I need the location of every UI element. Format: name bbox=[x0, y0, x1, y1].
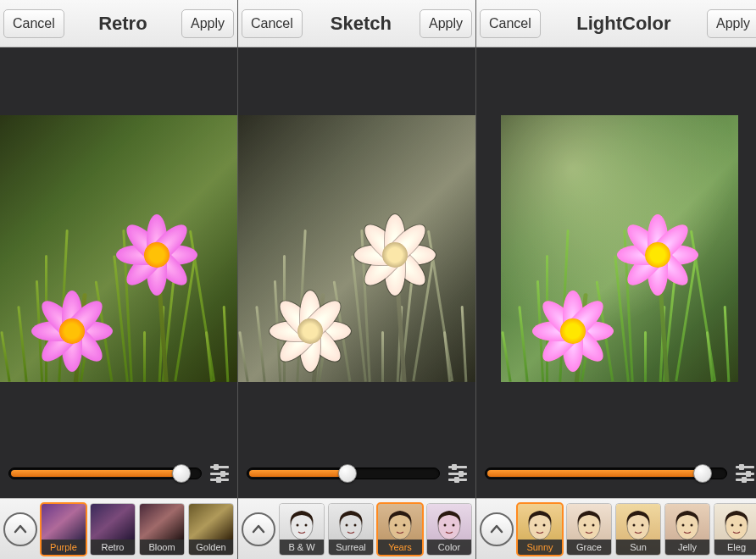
panel-lightcolor: Cancel LightColor Apply bbox=[476, 0, 756, 559]
filter-thumb-years[interactable]: Years bbox=[377, 503, 423, 556]
filter-thumb-label: Surreal bbox=[329, 540, 373, 555]
slider-thumb[interactable] bbox=[172, 464, 191, 483]
chevron-up-icon bbox=[489, 522, 504, 537]
adjustments-icon[interactable] bbox=[736, 464, 754, 483]
svg-point-25 bbox=[731, 523, 734, 526]
expand-button[interactable] bbox=[480, 512, 514, 546]
filter-thumb-sunny[interactable]: Sunny bbox=[517, 503, 563, 556]
cancel-button[interactable]: Cancel bbox=[242, 9, 303, 38]
filter-thumb-label: Golden bbox=[189, 540, 233, 555]
header: Cancel LightColor Apply bbox=[476, 0, 756, 47]
intensity-slider[interactable] bbox=[247, 468, 440, 479]
filter-strip: B & W Surreal Years Color bbox=[238, 498, 475, 559]
page-title: LightColor bbox=[576, 13, 670, 35]
panel-sketch: Cancel Sketch Apply bbox=[238, 0, 476, 559]
svg-point-2 bbox=[305, 523, 308, 526]
header: Cancel Sketch Apply bbox=[238, 0, 475, 47]
cancel-button[interactable]: Cancel bbox=[3, 9, 64, 38]
filter-thumb-b-w[interactable]: B & W bbox=[279, 503, 325, 556]
svg-point-19 bbox=[633, 523, 636, 526]
svg-point-1 bbox=[297, 523, 299, 526]
filter-thumb-label: Bloom bbox=[140, 540, 184, 555]
svg-point-7 bbox=[395, 523, 397, 526]
slider-row bbox=[476, 449, 756, 498]
filter-thumb-label: Grace bbox=[567, 540, 611, 555]
slider-thumb[interactable] bbox=[693, 464, 712, 483]
filter-thumb-label: Sunny bbox=[518, 540, 562, 555]
filter-strip: Sunny Grace Sun Jelly bbox=[476, 498, 756, 559]
panel-retro: Cancel Retro Apply bbox=[0, 0, 238, 559]
svg-point-23 bbox=[691, 523, 693, 526]
svg-point-26 bbox=[740, 523, 742, 526]
filter-thumb-label: Eleg bbox=[714, 540, 756, 555]
expand-button[interactable] bbox=[3, 512, 37, 546]
filter-thumb-label: Sun bbox=[616, 540, 660, 555]
filter-thumb-golden[interactable]: Golden bbox=[188, 503, 234, 556]
filter-thumb-jelly[interactable]: Jelly bbox=[664, 503, 710, 556]
page-title: Sketch bbox=[331, 13, 392, 35]
filter-strip: Purple Retro Bloom Golden bbox=[0, 498, 237, 559]
filter-thumb-retro[interactable]: Retro bbox=[90, 503, 136, 556]
svg-point-14 bbox=[543, 523, 546, 526]
adjustments-icon[interactable] bbox=[448, 464, 467, 483]
filter-thumb-sun[interactable]: Sun bbox=[615, 503, 661, 556]
canvas-area bbox=[476, 47, 756, 449]
svg-point-5 bbox=[354, 523, 357, 526]
svg-point-16 bbox=[584, 523, 586, 526]
filter-thumb-label: Jelly bbox=[665, 540, 709, 555]
chevron-up-icon bbox=[13, 522, 28, 537]
page-title: Retro bbox=[98, 13, 147, 35]
filter-thumb-label: Purple bbox=[42, 540, 86, 555]
filter-thumb-purple[interactable]: Purple bbox=[41, 503, 86, 556]
adjustments-icon[interactable] bbox=[210, 464, 229, 483]
filter-thumb-surreal[interactable]: Surreal bbox=[328, 503, 374, 556]
apply-button[interactable]: Apply bbox=[181, 9, 234, 38]
photo-preview bbox=[0, 115, 237, 382]
photo-preview bbox=[501, 115, 738, 382]
slider-row bbox=[238, 449, 475, 498]
canvas-area bbox=[0, 47, 237, 449]
filter-thumb-label: Color bbox=[427, 540, 471, 555]
filter-thumb-bloom[interactable]: Bloom bbox=[139, 503, 185, 556]
cancel-button[interactable]: Cancel bbox=[480, 9, 541, 38]
filter-thumb-grace[interactable]: Grace bbox=[566, 503, 612, 556]
svg-point-20 bbox=[642, 523, 644, 526]
svg-point-8 bbox=[403, 523, 406, 526]
slider-thumb[interactable] bbox=[338, 464, 357, 483]
canvas-area bbox=[238, 47, 475, 449]
svg-point-10 bbox=[444, 523, 447, 526]
intensity-slider[interactable] bbox=[8, 468, 202, 479]
filter-thumb-color[interactable]: Color bbox=[426, 503, 472, 556]
svg-point-11 bbox=[453, 523, 455, 526]
filter-thumb-label: Retro bbox=[91, 540, 135, 555]
slider-row bbox=[0, 449, 237, 498]
expand-button[interactable] bbox=[242, 512, 275, 546]
intensity-slider[interactable] bbox=[485, 468, 727, 479]
filter-thumb-label: Years bbox=[378, 540, 422, 555]
photo-preview bbox=[238, 115, 475, 382]
filter-thumb-label: B & W bbox=[280, 540, 324, 555]
apply-button[interactable]: Apply bbox=[420, 9, 472, 38]
svg-point-4 bbox=[346, 523, 348, 526]
apply-button[interactable]: Apply bbox=[707, 9, 756, 38]
svg-point-22 bbox=[682, 523, 685, 526]
svg-point-13 bbox=[535, 523, 537, 526]
header: Cancel Retro Apply bbox=[0, 0, 237, 47]
chevron-up-icon bbox=[251, 522, 266, 537]
svg-point-17 bbox=[592, 523, 595, 526]
filter-thumb-eleg[interactable]: Eleg bbox=[714, 503, 756, 556]
